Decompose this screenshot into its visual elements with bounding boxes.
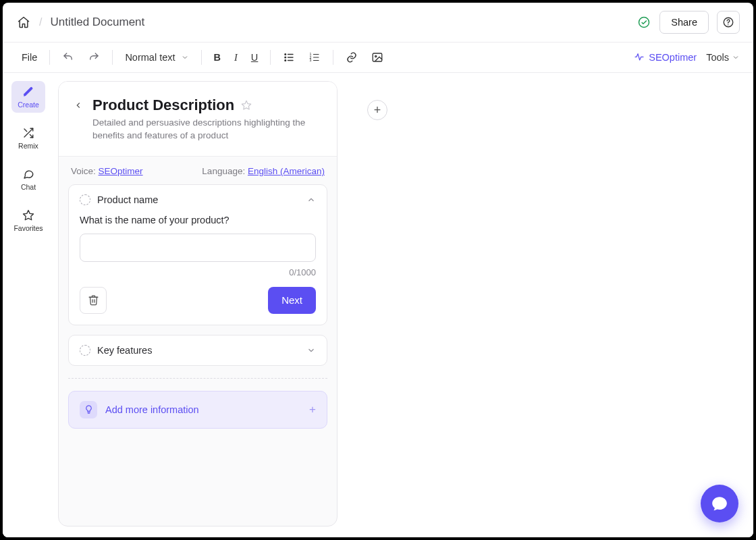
home-icon[interactable] bbox=[16, 15, 31, 30]
shuffle-icon bbox=[22, 126, 35, 140]
language-label: Language: bbox=[202, 166, 245, 176]
key-features-header[interactable]: Key features bbox=[69, 335, 327, 365]
app-header: / Untitled Document Share bbox=[3, 3, 753, 42]
rail-create[interactable]: Create bbox=[11, 81, 45, 113]
rail-favorites[interactable]: Favorites bbox=[11, 205, 45, 236]
bold-button[interactable]: B bbox=[209, 49, 226, 65]
svg-marker-17 bbox=[24, 211, 34, 220]
add-more-info-label: Add more information bbox=[105, 404, 199, 415]
pencil-icon bbox=[22, 85, 35, 99]
panel-title: Product Description bbox=[92, 97, 234, 114]
key-features-title: Key features bbox=[97, 345, 152, 356]
tools-label: Tools bbox=[706, 52, 729, 63]
rail-chat[interactable]: Chat bbox=[11, 163, 45, 195]
svg-rect-15 bbox=[373, 53, 383, 61]
tools-menu[interactable]: Tools bbox=[706, 52, 740, 63]
status-check-icon bbox=[637, 15, 651, 30]
product-name-prompt: What is the name of your product? bbox=[80, 215, 316, 225]
star-icon bbox=[22, 209, 35, 222]
breadcrumb-separator: / bbox=[39, 16, 42, 28]
step-status-icon bbox=[80, 345, 90, 356]
key-features-card: Key features bbox=[68, 335, 327, 366]
file-menu[interactable]: File bbox=[16, 49, 43, 65]
svg-point-2 bbox=[728, 24, 729, 26]
product-name-card: Product name What is the name of your pr… bbox=[68, 184, 327, 325]
rail-chat-label: Chat bbox=[21, 183, 36, 191]
text-style-select[interactable]: Normal text bbox=[119, 49, 194, 65]
svg-text:3: 3 bbox=[310, 58, 312, 62]
rail-remix[interactable]: Remix bbox=[11, 122, 45, 154]
language-link[interactable]: English (American) bbox=[248, 166, 325, 176]
add-block-button[interactable]: + bbox=[367, 100, 387, 120]
chat-icon bbox=[22, 167, 35, 181]
product-name-header[interactable]: Product name bbox=[69, 185, 327, 215]
image-button[interactable] bbox=[366, 49, 389, 66]
svg-point-5 bbox=[285, 57, 286, 58]
product-name-input[interactable] bbox=[80, 234, 316, 262]
back-button[interactable] bbox=[74, 101, 86, 113]
share-button[interactable]: Share bbox=[659, 11, 709, 34]
document-editor[interactable]: + bbox=[344, 73, 753, 537]
chevron-up-icon bbox=[306, 195, 316, 205]
bulleted-list-button[interactable] bbox=[277, 49, 300, 66]
svg-point-3 bbox=[285, 54, 286, 55]
numbered-list-button[interactable]: 123 bbox=[303, 49, 326, 66]
product-name-title: Product name bbox=[97, 194, 158, 205]
chevron-down-icon bbox=[306, 346, 316, 355]
side-rail: Create Remix Chat Favorites bbox=[3, 73, 54, 537]
seoptimer-label: SEOptimer bbox=[649, 52, 697, 63]
char-count: 0/1000 bbox=[80, 267, 316, 277]
next-button[interactable]: Next bbox=[268, 287, 316, 314]
rail-favorites-label: Favorites bbox=[14, 224, 43, 232]
voice-label: Voice: bbox=[71, 166, 96, 176]
svg-point-0 bbox=[639, 18, 649, 28]
rail-create-label: Create bbox=[18, 101, 39, 109]
svg-point-7 bbox=[285, 60, 286, 61]
link-button[interactable] bbox=[340, 49, 363, 66]
rail-remix-label: Remix bbox=[18, 142, 38, 150]
seoptimer-link[interactable]: SEOptimer bbox=[634, 52, 697, 63]
italic-button[interactable]: I bbox=[229, 49, 243, 66]
redo-button[interactable] bbox=[82, 49, 105, 66]
editor-toolbar: File Normal text B I U 123 bbox=[3, 42, 753, 73]
svg-marker-18 bbox=[242, 101, 251, 109]
step-status-icon bbox=[80, 194, 90, 205]
document-title[interactable]: Untitled Document bbox=[50, 16, 144, 29]
svg-point-16 bbox=[375, 55, 377, 57]
text-style-label: Normal text bbox=[125, 52, 175, 63]
voice-link[interactable]: SEOptimer bbox=[99, 166, 143, 176]
plus-icon: + bbox=[309, 403, 316, 416]
create-panel: Product Description Detailed and persuas… bbox=[58, 81, 338, 526]
undo-button[interactable] bbox=[57, 49, 80, 66]
delete-button[interactable] bbox=[80, 287, 107, 314]
chat-fab[interactable] bbox=[701, 485, 738, 522]
favorite-toggle[interactable] bbox=[241, 100, 252, 111]
help-button[interactable] bbox=[717, 11, 740, 34]
divider bbox=[68, 378, 327, 379]
underline-button[interactable]: U bbox=[246, 49, 263, 65]
panel-subtitle: Detailed and persuasive descriptions hig… bbox=[92, 117, 321, 142]
add-more-info-button[interactable]: Add more information + bbox=[68, 391, 327, 429]
lightbulb-icon bbox=[80, 401, 97, 418]
